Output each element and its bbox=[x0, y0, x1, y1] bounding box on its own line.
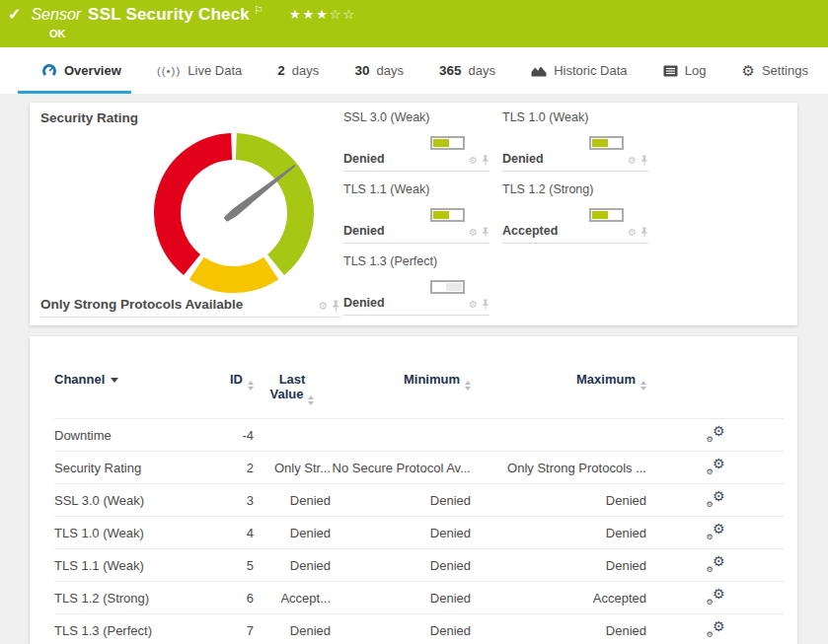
tab-bar: Overview ((•)) Live Data 2 days 30 days … bbox=[0, 47, 828, 94]
table-row: TLS 1.2 (Strong) 6 Accept... Denied Acce… bbox=[54, 582, 785, 614]
tile-mini-bar bbox=[430, 280, 465, 294]
table-row: Downtime -4 ⚙⚙ bbox=[54, 419, 785, 452]
gauge-icon bbox=[41, 63, 57, 79]
tile-tls-1-1[interactable]: TLS 1.1 (Weak) Denied ⚙ bbox=[343, 182, 489, 254]
edit-channel-gears-icon[interactable]: ⚙⚙ bbox=[707, 523, 725, 539]
tile-mini-bar bbox=[589, 208, 624, 222]
cell-id: 7 bbox=[212, 614, 254, 644]
cell-maximum: Accepted bbox=[471, 582, 646, 614]
cell-id: 2 bbox=[212, 452, 254, 484]
channel-table-panel: Channel ID Last Value Minimum Maximum bbox=[30, 336, 797, 644]
pin-icon[interactable] bbox=[640, 155, 648, 166]
edit-channel-gears-icon[interactable]: ⚙⚙ bbox=[707, 458, 725, 474]
column-label: Value bbox=[270, 387, 304, 401]
tab-label: days bbox=[292, 63, 319, 78]
cell-minimum: Denied bbox=[331, 614, 471, 644]
tab-label: days bbox=[376, 63, 403, 78]
tab-label: days bbox=[469, 63, 495, 78]
cell-channel: TLS 1.2 (Strong) bbox=[54, 582, 212, 614]
tile-tls-1-2[interactable]: TLS 1.2 (Strong) Accepted ⚙ bbox=[502, 182, 648, 254]
tile-title: TLS 1.3 (Perfect) bbox=[343, 254, 489, 268]
column-label: ID bbox=[230, 372, 243, 387]
pin-icon[interactable] bbox=[482, 227, 489, 238]
edit-channel-gears-icon[interactable]: ⚙⚙ bbox=[707, 588, 725, 605]
tile-settings-gear-icon[interactable]: ⚙ bbox=[318, 301, 328, 312]
priority-stars[interactable]: ★★★☆☆ bbox=[289, 7, 356, 22]
table-row: TLS 1.0 (Weak) 4 Denied Denied Denied ⚙⚙ bbox=[54, 517, 785, 549]
column-header-last-value[interactable]: Last Value bbox=[254, 372, 331, 419]
cell-minimum: Denied bbox=[331, 582, 471, 614]
tab-historic-data[interactable]: Historic Data bbox=[527, 47, 631, 94]
tile-title: TLS 1.0 (Weak) bbox=[502, 110, 648, 124]
cell-last-value: Denied bbox=[254, 614, 331, 644]
edit-channel-gears-icon[interactable]: ⚙⚙ bbox=[707, 490, 725, 507]
cell-channel: Downtime bbox=[54, 419, 212, 452]
column-label: Minimum bbox=[404, 372, 460, 387]
edit-channel-gears-icon[interactable]: ⚙⚙ bbox=[707, 620, 725, 637]
tab-365-days[interactable]: 365 days bbox=[435, 47, 499, 94]
cell-maximum bbox=[471, 419, 646, 452]
cell-last-value: Denied bbox=[254, 484, 331, 517]
gauge-value-label: Only Strong Protocols Available bbox=[40, 297, 318, 312]
tab-live-data[interactable]: ((•)) Live Data bbox=[153, 47, 246, 94]
tile-settings-gear-icon[interactable]: ⚙ bbox=[469, 299, 478, 310]
column-header-channel[interactable]: Channel bbox=[54, 372, 212, 419]
table-row: Security Rating 2 Only Str... No Secure … bbox=[54, 452, 785, 484]
pin-icon[interactable] bbox=[482, 155, 489, 166]
column-header-id[interactable]: ID bbox=[212, 372, 254, 419]
column-header-maximum[interactable]: Maximum bbox=[471, 372, 646, 419]
table-row: SSL 3.0 (Weak) 3 Denied Denied Denied ⚙⚙ bbox=[54, 484, 785, 517]
cell-last-value: Accept... bbox=[254, 582, 331, 614]
edit-channel-gears-icon[interactable]: ⚙⚙ bbox=[707, 425, 725, 442]
cell-channel: TLS 1.0 (Weak) bbox=[54, 517, 212, 549]
tile-settings-gear-icon[interactable]: ⚙ bbox=[628, 227, 637, 238]
tab-log[interactable]: Log bbox=[659, 47, 711, 94]
cell-id: -4 bbox=[212, 419, 254, 452]
cell-last-value bbox=[254, 419, 331, 452]
tab-2-days[interactable]: 2 days bbox=[273, 47, 323, 94]
sort-icon bbox=[465, 381, 471, 391]
edit-channel-gears-icon[interactable]: ⚙⚙ bbox=[707, 555, 725, 572]
tile-settings-gear-icon[interactable]: ⚙ bbox=[469, 155, 478, 166]
tab-number: 30 bbox=[354, 63, 369, 78]
cell-maximum: Denied bbox=[471, 484, 646, 517]
pin-icon[interactable] bbox=[482, 299, 489, 310]
sort-icon bbox=[308, 395, 314, 405]
cell-id: 3 bbox=[212, 484, 254, 517]
tile-settings-gear-icon[interactable]: ⚙ bbox=[469, 227, 478, 238]
table-header-row: Channel ID Last Value Minimum Maximum bbox=[54, 372, 785, 419]
tile-settings-gear-icon[interactable]: ⚙ bbox=[628, 155, 637, 166]
tile-mini-bar bbox=[430, 208, 465, 222]
sensor-title: SSL Security Check bbox=[88, 5, 250, 25]
cell-maximum: Denied bbox=[471, 517, 646, 549]
column-label: Last bbox=[254, 372, 331, 387]
sort-icon bbox=[248, 381, 254, 391]
table-row: TLS 1.1 (Weak) 5 Denied Denied Denied ⚙⚙ bbox=[54, 549, 785, 582]
tile-tls-1-3[interactable]: TLS 1.3 (Perfect) Denied ⚙ bbox=[343, 254, 489, 326]
flag-icon[interactable]: ⚐ bbox=[254, 4, 263, 17]
tile-mini-bar bbox=[589, 136, 624, 150]
log-list-icon bbox=[663, 65, 678, 77]
tab-settings[interactable]: ⚙ Settings bbox=[737, 47, 811, 94]
tab-overview[interactable]: Overview bbox=[38, 47, 125, 94]
sort-icon bbox=[640, 381, 646, 391]
column-header-minimum[interactable]: Minimum bbox=[331, 372, 471, 419]
object-kind-label: Sensor bbox=[31, 6, 81, 24]
live-signal-icon: ((•)) bbox=[157, 65, 181, 77]
tab-label: Settings bbox=[762, 63, 808, 78]
pin-icon[interactable] bbox=[332, 300, 340, 312]
cell-channel: TLS 1.1 (Weak) bbox=[54, 549, 212, 582]
gear-icon: ⚙ bbox=[741, 62, 754, 80]
tab-label: Log bbox=[685, 63, 707, 78]
cell-minimum bbox=[331, 419, 471, 452]
column-label: Maximum bbox=[576, 372, 636, 387]
sort-descending-icon bbox=[111, 378, 118, 383]
cell-maximum: Denied bbox=[471, 614, 646, 644]
tile-tls-1-0[interactable]: TLS 1.0 (Weak) Denied ⚙ bbox=[502, 110, 648, 182]
cell-last-value: Denied bbox=[254, 549, 331, 582]
pin-icon[interactable] bbox=[640, 227, 648, 238]
tab-30-days[interactable]: 30 days bbox=[350, 47, 408, 94]
tile-value: Denied bbox=[343, 224, 469, 238]
tile-ssl-3-0[interactable]: SSL 3.0 (Weak) Denied ⚙ bbox=[343, 110, 489, 182]
cell-channel: Security Rating bbox=[54, 452, 212, 484]
